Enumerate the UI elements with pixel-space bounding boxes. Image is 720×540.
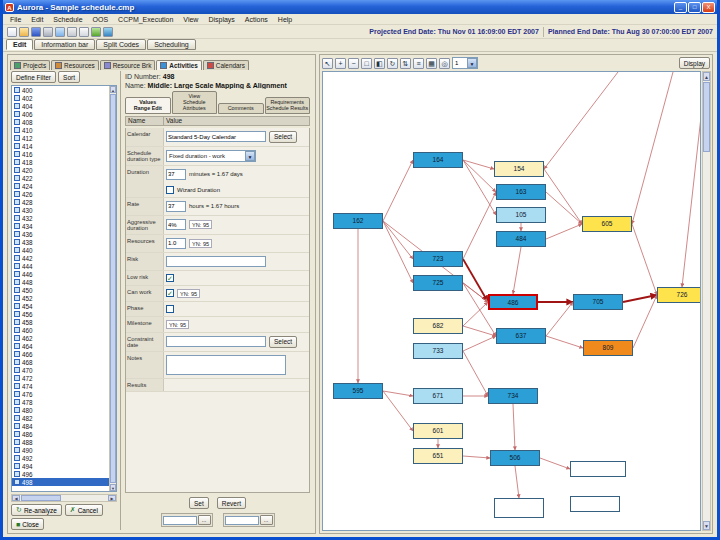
activity-row-490[interactable]: 490 [12, 446, 109, 454]
activity-checkbox[interactable] [14, 271, 20, 277]
zoom-fit-icon[interactable]: □ [361, 58, 372, 69]
activity-checkbox[interactable] [14, 407, 20, 413]
detail-tab-values[interactable]: ValuesRange Edit [125, 97, 171, 113]
activity-row-488[interactable]: 488 [12, 438, 109, 446]
activity-row-480[interactable]: 480 [12, 406, 109, 414]
menu-schedule[interactable]: Schedule [48, 16, 87, 23]
activity-row-456[interactable]: 456 [12, 310, 109, 318]
view-tab-scheduling[interactable]: Scheduling [147, 39, 196, 50]
activity-checkbox[interactable] [14, 263, 20, 269]
reorder-icon[interactable]: ⇅ [400, 58, 411, 69]
activity-checkbox[interactable] [14, 151, 20, 157]
calendar-input[interactable] [166, 131, 266, 142]
revert-button[interactable]: Revert [217, 497, 246, 509]
activity-row-442[interactable]: 442 [12, 254, 109, 262]
pointer-icon[interactable]: ↖ [322, 58, 333, 69]
activity-list-hscrollbar[interactable]: ◀ ▶ [11, 494, 117, 502]
activity-checkbox[interactable] [14, 175, 20, 181]
activity-row-484[interactable]: 484 [12, 422, 109, 430]
refresh-icon[interactable]: ↻ [387, 58, 398, 69]
activity-checkbox[interactable] [14, 231, 20, 237]
activity-row-486[interactable]: 486 [12, 430, 109, 438]
constraint-date-input[interactable] [166, 336, 266, 347]
sort-button[interactable]: Sort [58, 71, 80, 83]
scroll-down-icon[interactable]: ▼ [110, 484, 116, 491]
diagram-node-682[interactable]: 682 [413, 318, 463, 334]
cut-icon[interactable] [67, 27, 77, 37]
activity-row-410[interactable]: 410 [12, 126, 109, 134]
activity-row-460[interactable]: 460 [12, 326, 109, 334]
activity-row-454[interactable]: 454 [12, 302, 109, 310]
set-button[interactable]: Set [189, 497, 209, 509]
activity-checkbox[interactable] [14, 191, 20, 197]
scroll-left-icon[interactable]: ◀ [12, 495, 20, 501]
activity-checkbox[interactable] [14, 111, 20, 117]
schedule-duration-type-select[interactable]: Fixed duration - work▼ [166, 150, 256, 162]
activity-row-446[interactable]: 446 [12, 270, 109, 278]
copy-icon[interactable] [79, 27, 89, 37]
activity-checkbox[interactable] [14, 143, 20, 149]
activity-row-408[interactable]: 408 [12, 118, 109, 126]
detail-tab-comments[interactable]: Comments [218, 103, 264, 113]
diagram-node-725[interactable]: 725 [413, 275, 463, 291]
phase-checkbox[interactable] [166, 305, 174, 313]
tab-projects[interactable]: Projects [10, 60, 50, 70]
preview-icon[interactable] [55, 27, 65, 37]
diagram-node-506[interactable]: 506 [490, 450, 540, 466]
activity-row-494[interactable]: 494 [12, 462, 109, 470]
activity-checkbox[interactable] [14, 247, 20, 253]
activity-row-424[interactable]: 424 [12, 182, 109, 190]
activity-row-416[interactable]: 416 [12, 150, 109, 158]
activity-row-474[interactable]: 474 [12, 382, 109, 390]
activity-checkbox[interactable] [14, 207, 20, 213]
diagram-node-637[interactable]: 637 [496, 328, 546, 344]
zoom-combo[interactable]: 1 ▼ [452, 57, 478, 69]
re-analyze-button[interactable]: ↻Re-analyze [11, 504, 62, 516]
cancel-button[interactable]: ✗Cancel [65, 504, 103, 516]
activity-list[interactable]: ▲ ▼ 400402404406408410412414416418420422… [11, 85, 117, 492]
activity-checkbox[interactable] [14, 383, 20, 389]
activity-checkbox[interactable] [14, 463, 20, 469]
tab-resources[interactable]: Resources [51, 60, 99, 70]
diagram-node-105[interactable]: 105 [496, 207, 546, 223]
menu-oos[interactable]: OOS [88, 16, 114, 23]
calendar-select-button[interactable]: Select [269, 131, 297, 143]
activity-checkbox[interactable] [14, 319, 20, 325]
activity-row-434[interactable]: 434 [12, 222, 109, 230]
duration-checkbox[interactable] [166, 186, 174, 194]
diagram-node-705[interactable]: 705 [573, 294, 623, 310]
diagram-vscrollbar[interactable]: ▲ ▼ [702, 71, 711, 531]
risk-input[interactable] [166, 256, 266, 267]
activity-row-462[interactable]: 462 [12, 334, 109, 342]
activity-checkbox[interactable] [14, 471, 20, 477]
low-risk-checkbox[interactable]: ✓ [166, 274, 174, 282]
activity-checkbox[interactable] [14, 335, 20, 341]
chevron-down-icon[interactable]: ▼ [245, 151, 255, 161]
diagram-canvas[interactable]: 1641541631054841626057237254867057266826… [322, 71, 701, 531]
activity-checkbox[interactable] [14, 343, 20, 349]
activity-checkbox[interactable] [14, 455, 20, 461]
menu-edit[interactable]: Edit [26, 16, 48, 23]
activity-row-444[interactable]: 444 [12, 262, 109, 270]
mini-input-1[interactable] [163, 516, 197, 525]
activity-checkbox[interactable] [14, 431, 20, 437]
mini-input-2[interactable] [225, 516, 259, 525]
diagram-node-154[interactable]: 154 [494, 161, 544, 177]
scroll-down-icon[interactable]: ▼ [703, 521, 710, 530]
activity-checkbox[interactable] [14, 351, 20, 357]
tab-calendars[interactable]: Calendars [203, 60, 249, 70]
diagram-node-486[interactable]: 486 [488, 294, 538, 310]
activity-checkbox[interactable] [14, 359, 20, 365]
activity-row-448[interactable]: 448 [12, 278, 109, 286]
activity-checkbox[interactable] [14, 223, 20, 229]
activity-row-400[interactable]: 400 [12, 86, 109, 94]
resources-input[interactable] [166, 238, 186, 249]
activity-row-420[interactable]: 420 [12, 166, 109, 174]
activity-row-436[interactable]: 436 [12, 230, 109, 238]
menu-view[interactable]: View [178, 16, 203, 23]
diagram-node-671[interactable]: 671 [413, 388, 463, 404]
activity-row-426[interactable]: 426 [12, 190, 109, 198]
activity-checkbox[interactable] [14, 119, 20, 125]
activity-row-468[interactable]: 468 [12, 358, 109, 366]
tab-activities[interactable]: Activities [156, 60, 201, 70]
